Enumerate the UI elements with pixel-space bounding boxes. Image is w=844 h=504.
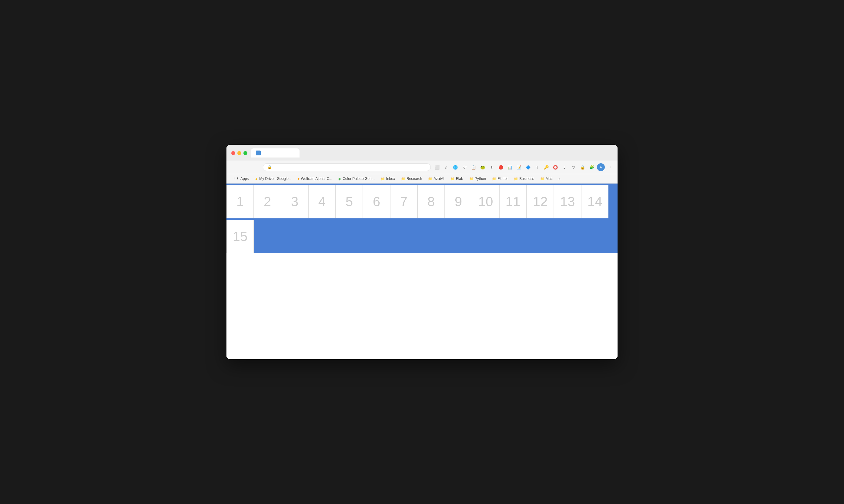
active-tab[interactable] — [251, 148, 299, 158]
wolfram-icon: ● — [298, 177, 300, 181]
apps-icon: ⋮⋮ — [232, 177, 239, 181]
folder7-icon: 📁 — [514, 177, 518, 181]
extension5-icon[interactable]: ⬇ — [488, 163, 496, 171]
nav-icons: ⬜ ☆ 🌐 🛡 📋 🐸 ⬇ 🔴 📊 📝 🔷 T 🔑 ⭕ J ▽ 🔒 🧩 A ⋮ — [433, 163, 614, 171]
bookmark-research-label: Research — [407, 177, 422, 181]
bookmark-drive[interactable]: ▲ My Drive - Google... — [252, 176, 294, 182]
color-icon: ◉ — [338, 177, 341, 181]
bookmark-azatai-label: AzatAI — [433, 177, 444, 181]
bookmark-color[interactable]: ◉ Color Palette Gen... — [336, 176, 377, 182]
flex-container: 123456789101112131415 — [226, 183, 618, 253]
folder2-icon: 📁 — [401, 177, 405, 181]
extension2-icon[interactable]: 🛡 — [461, 163, 468, 171]
minimize-button[interactable] — [237, 151, 241, 155]
extension4-icon[interactable]: 🐸 — [479, 163, 486, 171]
flex-item-15: 15 — [226, 220, 254, 253]
white-space — [226, 253, 618, 359]
avatar-icon[interactable]: A — [597, 163, 605, 171]
folder8-icon: 📁 — [540, 177, 545, 181]
flex-item-7: 7 — [390, 185, 417, 218]
tab-bar — [251, 148, 309, 158]
cast-icon[interactable]: ⬜ — [433, 163, 441, 171]
bookmark-business[interactable]: 📁 Business — [512, 176, 537, 182]
flex-item-1: 1 — [226, 185, 254, 218]
title-bar — [226, 145, 618, 161]
flex-item-13: 13 — [554, 185, 581, 218]
tab-favicon — [256, 150, 261, 156]
extension8-icon[interactable]: 📝 — [515, 163, 523, 171]
bookmark-inbox[interactable]: 📁 Inbox — [378, 176, 397, 182]
flex-item-12: 12 — [527, 185, 554, 218]
bookmark-elab[interactable]: 📁 Elab — [448, 176, 466, 182]
bookmark-wolfram[interactable]: ● Wolfram|Alpha: C... — [295, 176, 335, 182]
extension14-icon[interactable]: 🔒 — [579, 163, 587, 171]
bookmark-inbox-label: Inbox — [386, 177, 395, 181]
extension3-icon[interactable]: 📋 — [470, 163, 478, 171]
extension7-icon[interactable]: 📊 — [506, 163, 514, 171]
folder3-icon: 📁 — [428, 177, 432, 181]
bookmark-python-label: Python — [475, 177, 486, 181]
flex-item-8: 8 — [417, 185, 445, 218]
translate-icon[interactable]: T — [533, 163, 541, 171]
flex-item-5: 5 — [335, 185, 363, 218]
address-bar[interactable]: 🔒 — [263, 163, 431, 171]
bookmark-flutter[interactable]: 📁 Flutter — [489, 176, 510, 182]
extension6-icon[interactable]: 🔴 — [497, 163, 505, 171]
folder5-icon: 📁 — [469, 177, 473, 181]
bookmark-azatai[interactable]: 📁 AzatAI — [426, 176, 447, 182]
drive-icon: ▲ — [255, 177, 258, 181]
extension9-icon[interactable]: 🔷 — [524, 163, 532, 171]
folder4-icon: 📁 — [450, 177, 455, 181]
bookmark-flutter-label: Flutter — [498, 177, 508, 181]
folder6-icon: 📁 — [492, 177, 496, 181]
extension1-icon[interactable]: 🌐 — [451, 163, 459, 171]
bookmark-apps-label: Apps — [240, 177, 248, 181]
more-label: » — [558, 177, 561, 181]
bookmark-mac[interactable]: 📁 Mac — [538, 176, 555, 182]
flex-item-10: 10 — [472, 185, 499, 218]
bookmark-python[interactable]: 📁 Python — [467, 176, 488, 182]
refresh-button[interactable] — [252, 163, 260, 172]
flex-item-6: 6 — [363, 185, 390, 218]
security-icon: 🔒 — [268, 165, 272, 169]
flex-item-3: 3 — [281, 185, 308, 218]
maximize-button[interactable] — [243, 151, 247, 155]
bookmarks-bar: ⋮⋮ Apps ▲ My Drive - Google... ● Wolfram… — [226, 174, 618, 183]
bookmark-business-label: Business — [519, 177, 534, 181]
extensions-icon[interactable]: 🧩 — [588, 163, 596, 171]
bookmark-color-label: Color Palette Gen... — [343, 177, 374, 181]
bookmark-research[interactable]: 📁 Research — [399, 176, 425, 182]
extension10-icon[interactable]: 🔑 — [542, 163, 550, 171]
extension12-icon[interactable]: J — [561, 163, 568, 171]
folder-icon: 📁 — [381, 177, 385, 181]
extension13-icon[interactable]: ▽ — [570, 163, 578, 171]
flex-item-11: 11 — [499, 185, 527, 218]
flex-item-4: 4 — [308, 185, 335, 218]
close-button[interactable] — [231, 151, 235, 155]
flex-item-2: 2 — [254, 185, 281, 218]
bookmark-mac-label: Mac — [546, 177, 553, 181]
back-button[interactable] — [230, 163, 239, 172]
nav-bar: 🔒 ⬜ ☆ 🌐 🛡 📋 🐸 ⬇ 🔴 📊 📝 🔷 T 🔑 ⭕ J ▽ 🔒 🧩 A … — [226, 161, 618, 174]
flex-item-9: 9 — [445, 185, 472, 218]
page-content: 123456789101112131415 — [226, 183, 618, 359]
bookmark-apps[interactable]: ⋮⋮ Apps — [230, 176, 251, 182]
bookmarks-more[interactable]: » — [556, 176, 563, 182]
flex-item-14: 14 — [581, 185, 608, 218]
forward-button[interactable] — [241, 163, 249, 172]
browser-window: 🔒 ⬜ ☆ 🌐 🛡 📋 🐸 ⬇ 🔴 📊 📝 🔷 T 🔑 ⭕ J ▽ 🔒 🧩 A … — [226, 145, 618, 359]
bookmark-wolfram-label: Wolfram|Alpha: C... — [301, 177, 332, 181]
new-tab-button[interactable] — [301, 149, 309, 157]
bookmark-elab-label: Elab — [456, 177, 463, 181]
star-icon[interactable]: ☆ — [442, 163, 450, 171]
traffic-lights — [231, 151, 247, 155]
extension11-icon[interactable]: ⭕ — [551, 163, 559, 171]
menu-icon[interactable]: ⋮ — [606, 163, 614, 171]
bookmark-drive-label: My Drive - Google... — [259, 177, 292, 181]
title-bar-top — [231, 148, 613, 158]
